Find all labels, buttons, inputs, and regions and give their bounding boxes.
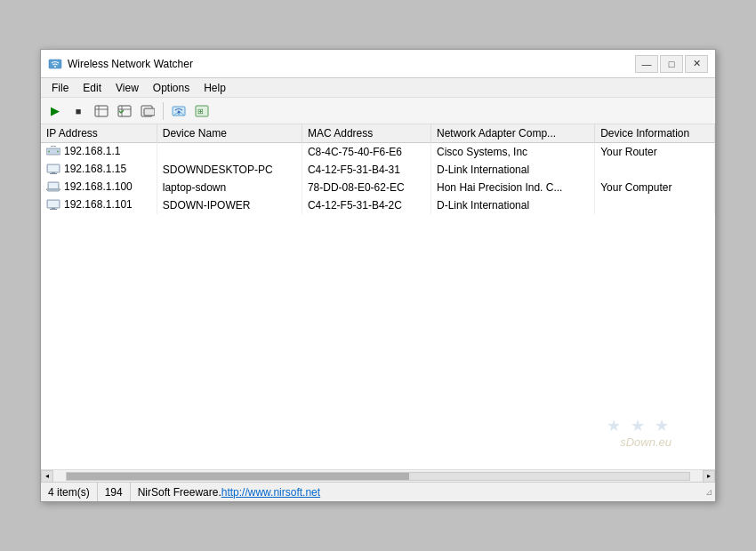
play-button[interactable]: ▶ bbox=[44, 100, 66, 122]
toolbar: ▶ ■ bbox=[41, 98, 715, 124]
title-bar: Wireless Network Watcher — □ ✕ bbox=[41, 50, 715, 78]
menu-edit[interactable]: Edit bbox=[76, 80, 109, 96]
window-controls: — □ ✕ bbox=[635, 55, 708, 73]
svg-point-1 bbox=[54, 66, 56, 68]
toolbar-btn-6[interactable] bbox=[168, 100, 189, 122]
cell-name bbox=[157, 143, 302, 162]
menu-options[interactable]: Options bbox=[146, 80, 197, 96]
svg-rect-9 bbox=[144, 108, 155, 116]
close-button[interactable]: ✕ bbox=[685, 55, 708, 73]
status-text: NirSoft Freeware. bbox=[138, 486, 221, 499]
cell-adapter: D-Link International bbox=[431, 161, 595, 179]
cell-info bbox=[595, 196, 715, 214]
cell-info: Your Router bbox=[595, 143, 715, 162]
toolbar-btn-3[interactable] bbox=[91, 100, 112, 122]
cell-adapter: D-Link International bbox=[431, 196, 595, 214]
status-link[interactable]: http://www.nirsoft.net bbox=[221, 486, 320, 499]
cell-ip: 192.168.1.15 bbox=[41, 161, 157, 179]
table-row[interactable]: 192.168.1.1C8-4C-75-40-F6-E6Cisco System… bbox=[41, 143, 715, 162]
cell-adapter: Hon Hai Precision Ind. C... bbox=[431, 179, 595, 196]
cell-mac: C8-4C-75-40-F6-E6 bbox=[302, 143, 430, 162]
col-ip[interactable]: IP Address bbox=[41, 124, 157, 143]
scrollbar-thumb[interactable] bbox=[67, 473, 409, 480]
window-title: Wireless Network Watcher bbox=[68, 58, 635, 70]
toolbar-btn-7[interactable]: ⊞ bbox=[191, 100, 213, 122]
toolbar-btn-4[interactable] bbox=[114, 100, 135, 122]
cell-info: Your Computer bbox=[595, 179, 715, 196]
col-info[interactable]: Device Information bbox=[595, 124, 715, 143]
resize-handle[interactable]: ⊿ bbox=[703, 486, 715, 499]
cell-mac: C4-12-F5-31-B4-2C bbox=[302, 196, 430, 214]
cell-ip: 192.168.1.101 bbox=[41, 196, 157, 214]
scroll-right-arrow[interactable]: ▸ bbox=[703, 470, 715, 483]
svg-rect-26 bbox=[50, 209, 57, 210]
items-count-label: 4 item(s) bbox=[48, 486, 90, 499]
col-mac[interactable]: MAC Address bbox=[302, 124, 430, 143]
svg-point-15 bbox=[48, 151, 50, 153]
status-bar: 4 item(s) 194 NirSoft Freeware. http://w… bbox=[41, 482, 715, 501]
status-items-count: 4 item(s) bbox=[41, 483, 98, 501]
table-row[interactable]: 192.168.1.100laptop-sdown78-DD-08-E0-62-… bbox=[41, 179, 715, 196]
svg-rect-18 bbox=[48, 165, 59, 172]
scroll-left-arrow[interactable]: ◂ bbox=[41, 470, 53, 483]
scrollbar-track[interactable] bbox=[66, 472, 690, 481]
scrollbar-area: ◂ ▸ bbox=[41, 469, 715, 482]
cell-ip: 192.168.1.100 bbox=[41, 179, 157, 196]
svg-rect-22 bbox=[49, 183, 58, 188]
svg-rect-20 bbox=[50, 173, 57, 174]
cell-name: laptop-sdown bbox=[157, 179, 302, 196]
table-row[interactable]: 192.168.1.15SDOWNDESKTOP-PCC4-12-F5-31-B… bbox=[41, 161, 715, 179]
col-name[interactable]: Device Name bbox=[157, 124, 302, 143]
cell-ip: 192.168.1.1 bbox=[41, 143, 157, 162]
cell-name: SDOWN-IPOWER bbox=[157, 196, 302, 214]
svg-rect-25 bbox=[52, 208, 55, 209]
menu-help[interactable]: Help bbox=[197, 80, 233, 96]
toolbar-separator bbox=[163, 102, 164, 120]
cell-info bbox=[595, 161, 715, 179]
svg-rect-5 bbox=[118, 106, 131, 116]
cell-name: SDOWNDESKTOP-PC bbox=[157, 161, 302, 179]
app-icon bbox=[48, 57, 62, 71]
col-adapter[interactable]: Network Adapter Comp... bbox=[431, 124, 595, 143]
svg-rect-19 bbox=[52, 172, 55, 173]
cell-mac: C4-12-F5-31-B4-31 bbox=[302, 161, 430, 179]
table-row[interactable]: 192.168.1.101SDOWN-IPOWERC4-12-F5-31-B4-… bbox=[41, 196, 715, 214]
table-header-row: IP Address Device Name MAC Address Netwo… bbox=[41, 124, 715, 143]
svg-rect-24 bbox=[48, 201, 59, 207]
svg-point-16 bbox=[57, 151, 59, 153]
device-table: IP Address Device Name MAC Address Netwo… bbox=[41, 124, 715, 214]
maximize-button[interactable]: □ bbox=[660, 55, 683, 73]
status-number-value: 194 bbox=[105, 486, 123, 499]
status-number: 194 bbox=[98, 483, 131, 501]
stop-button[interactable]: ■ bbox=[68, 100, 89, 122]
table-container[interactable]: IP Address Device Name MAC Address Netwo… bbox=[41, 124, 715, 469]
toolbar-btn-5[interactable] bbox=[137, 100, 158, 122]
cell-mac: 78-DD-08-E0-62-EC bbox=[302, 179, 430, 196]
cell-adapter: Cisco Systems, Inc bbox=[431, 143, 595, 162]
menu-view[interactable]: View bbox=[109, 80, 146, 96]
menu-file[interactable]: File bbox=[44, 80, 76, 96]
status-text-section: NirSoft Freeware. http://www.nirsoft.net bbox=[131, 483, 703, 501]
svg-text:⊞: ⊞ bbox=[197, 108, 204, 116]
minimize-button[interactable]: — bbox=[635, 55, 658, 73]
svg-rect-2 bbox=[95, 106, 108, 116]
menu-bar: File Edit View Options Help bbox=[41, 78, 715, 98]
